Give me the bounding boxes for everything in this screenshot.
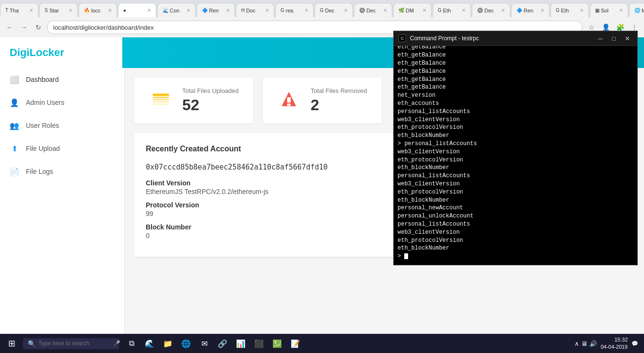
browser-tab-10[interactable]: 🌿DM✕ bbox=[393, 3, 432, 17]
sidebar-label-2: User Roles bbox=[26, 122, 59, 129]
stat-info-0: Total Files Uploaded 52 bbox=[182, 87, 239, 114]
browser-tab-5[interactable]: 🔷Ren✕ bbox=[197, 3, 235, 17]
sidebar-item-user-roles[interactable]: 👥 User Roles bbox=[0, 114, 124, 137]
sidebar-item-dashboard[interactable]: ⬜ Dashboard bbox=[0, 68, 124, 91]
browser-tab-13[interactable]: 🔷Ren✕ bbox=[511, 3, 550, 17]
cmd-line-27: eth_protocolVersion bbox=[398, 237, 633, 245]
sidebar-item-admin-users[interactable]: 👤 Admin Users bbox=[0, 91, 124, 114]
browser-tab-7[interactable]: Grea✕ bbox=[275, 3, 314, 17]
cmd-line-21: eth_protocolVersion bbox=[398, 188, 633, 196]
sidebar-item-file-upload[interactable]: ⬆ File Upload bbox=[0, 137, 124, 160]
cmd-app-icon: C bbox=[398, 34, 406, 42]
stat-value-1: 2 bbox=[311, 96, 367, 114]
cmd-titlebar: C Command Prompt - testrpc ─ □ ✕ bbox=[394, 31, 637, 46]
browser-tab-6[interactable]: HDoc✕ bbox=[236, 3, 274, 17]
cmd-line-29: > bbox=[398, 252, 633, 261]
forward-button[interactable]: → bbox=[18, 22, 30, 33]
app4-button[interactable]: 📝 bbox=[287, 335, 304, 352]
svg-rect-4 bbox=[152, 103, 169, 105]
app2-button[interactable]: 📊 bbox=[232, 335, 249, 352]
browser-tab-14[interactable]: GEth✕ bbox=[550, 3, 589, 17]
cmd-line-12: web3_clientVersion bbox=[398, 116, 633, 124]
sidebar-label-0: Dashboard bbox=[26, 76, 59, 83]
network-icon: 🖥 bbox=[581, 340, 587, 347]
browser-tab-16[interactable]: 🌐My✕ bbox=[629, 3, 644, 17]
browser-tab-9[interactable]: 🔘Dec✕ bbox=[354, 3, 392, 17]
browser-tab-2[interactable]: 🔥locc✕ bbox=[79, 3, 117, 17]
sidebar-label-1: Admin Users bbox=[26, 99, 64, 106]
address-text: localhost/digilocker/dashboard/index bbox=[53, 24, 154, 31]
stat-icon-1 bbox=[277, 89, 301, 113]
taskbar-search-area[interactable]: 🔍 🎤 bbox=[23, 338, 119, 349]
taskbar-items: ⧉ 🌊 📁 🌐 ✉ 🔗 📊 ⬛ 💹 📝 bbox=[123, 335, 304, 352]
svg-rect-0 bbox=[152, 93, 169, 96]
clock-date: 04-04-2019 bbox=[601, 343, 628, 351]
browser-tab-1[interactable]: SStar✕ bbox=[39, 3, 78, 17]
cmd-line-28: eth_blockNumber bbox=[398, 244, 633, 252]
search-icon: 🔍 bbox=[28, 340, 35, 347]
browser-tab-0[interactable]: TTha✕ bbox=[0, 3, 38, 17]
cmd-line-13: eth_protocolVersion bbox=[398, 124, 633, 132]
cmd-close-button[interactable]: ✕ bbox=[622, 34, 632, 43]
start-button[interactable]: ⊞ bbox=[2, 334, 21, 353]
cmd-line-15: > personal_listAccounts bbox=[398, 140, 633, 148]
cmd-line-22: eth_blockNumber bbox=[398, 196, 633, 205]
svg-rect-2 bbox=[152, 99, 169, 100]
browser-tab-8[interactable]: GDec✕ bbox=[315, 3, 353, 17]
taskbar-system-icons: ∧ 🖥 🔊 bbox=[574, 340, 597, 347]
cmd-line-23: personal_newAccount bbox=[398, 204, 633, 212]
app3-button[interactable]: 💹 bbox=[269, 335, 286, 352]
explorer-button[interactable]: 📁 bbox=[159, 335, 176, 352]
svg-rect-1 bbox=[152, 97, 169, 98]
stat-label-1: Total Files Removed bbox=[311, 87, 367, 94]
mic-icon: 🎤 bbox=[113, 340, 120, 347]
cmd-line-6: eth_getBalance bbox=[398, 68, 633, 76]
cmd-line-19: personal_listAccounts bbox=[398, 172, 633, 180]
chrome-button[interactable]: 🌐 bbox=[177, 335, 195, 352]
cmd-line-8: eth_getBalance bbox=[398, 83, 633, 91]
edge-button[interactable]: 🌊 bbox=[141, 335, 158, 352]
taskbar-right: ∧ 🖥 🔊 15:32 04-04-2019 💬 bbox=[574, 336, 642, 351]
cmd-line-10: eth_accounts bbox=[398, 100, 633, 108]
terminal-button[interactable]: ⬛ bbox=[250, 335, 268, 352]
cmd-line-3: eth_getBalance bbox=[398, 46, 633, 51]
cmd-window[interactable]: C Command Prompt - testrpc ─ □ ✕ eth_get… bbox=[393, 31, 638, 265]
header-logo-area: DigiLocker bbox=[0, 46, 125, 59]
chevron-up-icon[interactable]: ∧ bbox=[574, 340, 579, 347]
volume-icon: 🔊 bbox=[589, 340, 597, 347]
cmd-line-26: web3_clientVersion bbox=[398, 228, 633, 237]
cmd-line-17: eth_protocolVersion bbox=[398, 156, 633, 164]
mail-button[interactable]: ✉ bbox=[196, 335, 213, 352]
cmd-line-18: eth_blockNumber bbox=[398, 164, 633, 172]
sidebar-label-4: File Logs bbox=[26, 168, 53, 175]
browser-tab-12[interactable]: 🔘Dec✕ bbox=[472, 3, 510, 17]
cmd-line-16: web3_clientVersion bbox=[398, 148, 633, 156]
stat-icon-0 bbox=[149, 89, 173, 113]
browser-tab-11[interactable]: GEth✕ bbox=[433, 3, 471, 17]
app-logo: DigiLocker bbox=[10, 46, 64, 59]
notification-button[interactable]: 💬 bbox=[632, 341, 638, 347]
browser-tab-4[interactable]: 🌊Con✕ bbox=[157, 3, 196, 17]
stat-label-0: Total Files Uploaded bbox=[182, 87, 239, 94]
browser-tab-3[interactable]: ●✕ bbox=[118, 3, 156, 17]
cmd-line-5: eth_getBalance bbox=[398, 59, 633, 68]
task-view-button[interactable]: ⧉ bbox=[123, 335, 140, 352]
taskbar-search-input[interactable] bbox=[38, 340, 110, 347]
browser-tab-15[interactable]: ▦Sol✕ bbox=[590, 3, 628, 17]
cmd-line-11: personal_listAccounts bbox=[398, 108, 633, 116]
svg-rect-7 bbox=[287, 103, 291, 106]
cmd-title: Command Prompt - testrpc bbox=[410, 35, 479, 42]
refresh-button[interactable]: ↻ bbox=[33, 22, 44, 33]
back-button[interactable]: ← bbox=[4, 22, 15, 33]
cmd-line-9: net_version bbox=[398, 91, 633, 100]
app1-button[interactable]: 🔗 bbox=[214, 335, 231, 352]
sidebar-icon-2: 👥 bbox=[10, 121, 19, 130]
cmd-maximize-button[interactable]: □ bbox=[609, 34, 619, 43]
sidebar-item-file-logs[interactable]: 📄 File Logs bbox=[0, 160, 124, 183]
stat-card-0: Total Files Uploaded 52 bbox=[134, 78, 253, 124]
cmd-content: eth_getBalanceeth_getBalanceeth_getBalan… bbox=[394, 46, 637, 262]
sidebar-label-3: File Upload bbox=[26, 145, 60, 152]
clock-time: 15:32 bbox=[601, 336, 628, 343]
cmd-line-4: eth_getBalance bbox=[398, 51, 633, 59]
cmd-minimize-button[interactable]: ─ bbox=[595, 34, 606, 43]
